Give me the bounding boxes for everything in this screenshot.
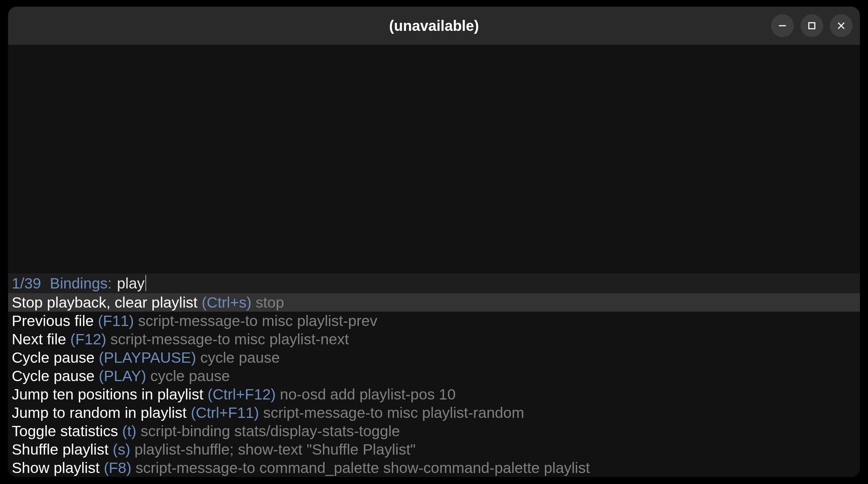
close-icon [836,21,846,31]
binding-name: Previous file [12,312,94,329]
maximize-button[interactable] [800,14,823,37]
search-query-text: play [117,275,144,292]
binding-key: (PLAY) [95,368,151,384]
maximize-icon [807,21,817,31]
content-area: 1/39 Bindings: play Stop playback, clear… [8,45,860,477]
binding-name: Show playlist [12,459,100,476]
binding-name: Jump to random in playlist [12,404,187,421]
binding-row[interactable]: Jump to random in playlist (Ctrl+F11) sc… [8,404,860,422]
binding-row[interactable]: Cycle pause (PLAY) cycle pause [8,367,860,385]
palette-header[interactable]: 1/39 Bindings: play [8,273,860,293]
binding-command: script-message-to misc playlist-next [111,331,349,348]
search-input[interactable]: play [117,274,144,293]
result-count: 1/39 [12,274,41,293]
window-title: (unavailable) [389,18,479,34]
bindings-list: Stop playback, clear playlist (Ctrl+s) s… [8,293,860,477]
binding-command: script-message-to command_palette show-c… [135,459,590,476]
app-window: (unavailable) 1/39 Bindings: play [8,7,860,477]
svg-rect-1 [809,23,815,29]
binding-name: Toggle statistics [12,423,118,440]
binding-key: (PLAYPAUSE) [95,349,200,366]
binding-row[interactable]: Toggle statistics (t) script-binding sta… [8,422,860,440]
binding-key: (Ctrl+F12) [203,386,280,403]
close-button[interactable] [830,14,853,37]
binding-name: Next file [12,331,66,348]
binding-command: no-osd add playlist-pos 10 [280,386,456,403]
binding-command: script-message-to misc playlist-prev [138,312,377,329]
binding-name: Cycle pause [12,368,95,384]
binding-row[interactable]: Shuffle playlist (s) playlist-shuffle; s… [8,440,860,459]
binding-row[interactable]: Next file (F12) script-message-to misc p… [8,330,860,348]
binding-row[interactable]: Show playlist (F8) script-message-to com… [8,459,860,477]
binding-key: (Ctrl+s) [198,294,256,311]
binding-name: Stop playback, clear playlist [12,294,198,311]
binding-row[interactable]: Previous file (F11) script-message-to mi… [8,312,860,330]
binding-key: (t) [118,423,140,440]
binding-key: (F8) [100,459,135,476]
minimize-button[interactable] [771,14,794,37]
binding-key: (s) [109,441,135,458]
binding-command: cycle pause [151,368,230,384]
binding-key: (Ctrl+F11) [187,404,263,421]
binding-row[interactable]: Stop playback, clear playlist (Ctrl+s) s… [8,293,860,312]
binding-name: Cycle pause [12,349,95,366]
palette-label: Bindings: [50,274,112,293]
binding-command: cycle pause [200,349,280,366]
binding-name: Jump ten positions in playlist [12,386,203,403]
window-controls [771,14,853,37]
binding-command: script-message-to misc playlist-random [263,404,524,421]
binding-row[interactable]: Cycle pause (PLAYPAUSE) cycle pause [8,348,860,367]
binding-name: Shuffle playlist [12,441,109,458]
binding-command: script-binding stats/display-stats-toggl… [141,423,400,440]
text-cursor [145,275,146,291]
binding-row[interactable]: Jump ten positions in playlist (Ctrl+F12… [8,385,860,404]
minimize-icon [777,21,788,31]
titlebar: (unavailable) [8,7,860,45]
binding-command: stop [256,294,284,311]
command-palette: 1/39 Bindings: play Stop playback, clear… [8,273,860,477]
binding-command: playlist-shuffle; show-text "Shuffle Pla… [134,441,416,458]
binding-key: (F12) [66,331,111,348]
binding-key: (F11) [94,312,138,329]
